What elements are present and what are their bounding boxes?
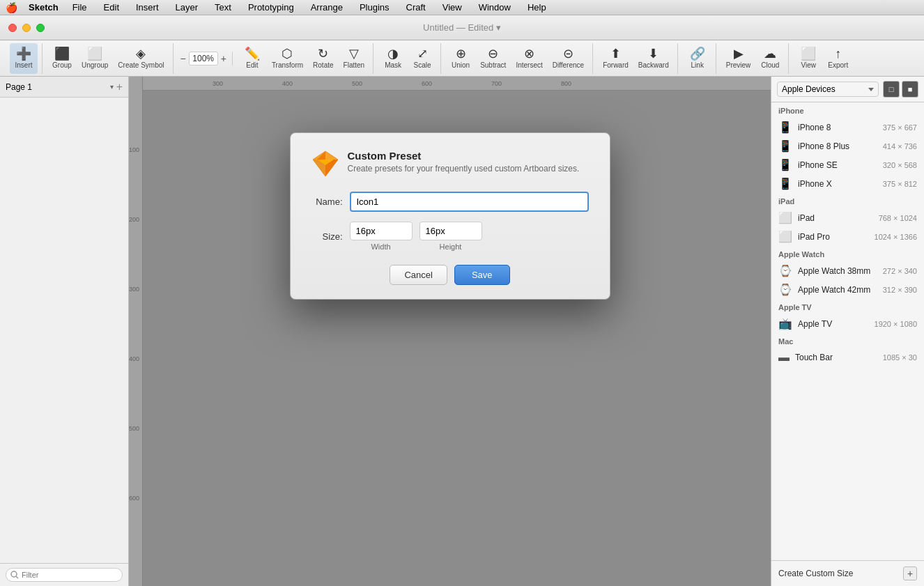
touchbar-icon: ▬ <box>778 351 790 364</box>
intersect-button[interactable]: ⊗ Intersect <box>511 43 546 74</box>
menu-layer[interactable]: Layer <box>173 2 201 13</box>
ipad-size: 768 × 1024 <box>879 214 917 222</box>
difference-button[interactable]: ⊝ Difference <box>548 43 588 74</box>
document-name: Untitled <box>423 22 454 33</box>
zoom-in-button[interactable]: + <box>220 52 228 65</box>
close-button[interactable] <box>8 24 17 32</box>
subtract-button[interactable]: ⊖ Subtract <box>476 43 510 74</box>
watch-icon: ⌚ <box>778 283 792 296</box>
export-label: Export <box>828 61 848 69</box>
modal-form: Name: Size: Width Height <box>311 192 589 251</box>
phone-icon: 📱 <box>778 177 792 190</box>
zoom-value-display[interactable]: 100% <box>189 52 218 65</box>
rotate-label: Rotate <box>313 61 333 69</box>
menu-view[interactable]: View <box>440 2 465 13</box>
backward-button[interactable]: ⬇ Backward <box>634 43 673 74</box>
page-add-button[interactable]: + <box>116 81 123 93</box>
link-label: Link <box>691 61 704 69</box>
minimize-button[interactable] <box>22 24 31 32</box>
preview-button[interactable]: ▶ Preview <box>722 43 755 74</box>
create-custom-size-button[interactable]: Create Custom Size <box>778 569 853 578</box>
title-bar: Untitled — Edited ▾ <box>0 15 924 40</box>
menu-window[interactable]: Window <box>476 2 514 13</box>
custom-preset-modal: Custom Preset Create presets for your fr… <box>290 132 610 300</box>
right-sidebar-header: Apple Devices □ ■ <box>771 77 924 102</box>
link-button[interactable]: 🔗 Link <box>684 43 711 74</box>
modal-header: Custom Preset Create presets for your fr… <box>311 150 589 178</box>
layer-panel <box>0 98 128 563</box>
canvas-area[interactable]: 300 400 500 600 700 800 100 200 300 400 … <box>129 77 771 586</box>
toolbar-group-insert: ➕ Insert <box>6 43 43 74</box>
view-button[interactable]: ⬜ View <box>794 43 822 74</box>
rotate-button[interactable]: ↻ Rotate <box>309 43 337 74</box>
height-input[interactable] <box>419 222 482 240</box>
document-status[interactable]: Edited ▾ <box>468 22 500 33</box>
edit-button[interactable]: ✏️ Edit <box>238 43 266 74</box>
insert-button[interactable]: ➕ Insert <box>10 43 38 74</box>
zoom-out-button[interactable]: − <box>179 52 187 65</box>
flatten-button[interactable]: ▽ Flatten <box>339 43 369 74</box>
toolbar: ➕ Insert ⬛ Group ⬜ Ungroup ◈ Create Symb… <box>0 40 924 77</box>
device-ipad[interactable]: ⬜ iPad 768 × 1024 <box>771 208 924 227</box>
cancel-button[interactable]: Cancel <box>390 265 447 285</box>
device-iphonese[interactable]: 📱 iPhone SE 320 × 568 <box>771 155 924 174</box>
menu-help[interactable]: Help <box>525 2 549 13</box>
name-input[interactable] <box>350 192 589 212</box>
forward-label: Forward <box>603 61 629 69</box>
forward-button[interactable]: ⬆ Forward <box>599 43 633 74</box>
device-appletv[interactable]: 📺 Apple TV 1920 × 1080 <box>771 314 924 333</box>
device-iphonex[interactable]: 📱 iPhone X 375 × 812 <box>771 174 924 193</box>
light-view-button[interactable]: □ <box>883 81 900 98</box>
cloud-button[interactable]: ☁ Cloud <box>756 43 784 74</box>
edit-icon: ✏️ <box>245 47 260 60</box>
main-content: Page 1 ▾ + 300 400 500 600 700 800 100 2… <box>0 77 924 586</box>
device-selector[interactable]: Apple Devices <box>777 82 879 97</box>
device-list: iPhone 📱 iPhone 8 375 × 667 📱 iPhone 8 P… <box>771 102 924 560</box>
create-symbol-button[interactable]: ◈ Create Symbol <box>114 43 168 74</box>
height-group: Height <box>419 222 482 251</box>
menu-edit[interactable]: Edit <box>101 2 122 13</box>
group-button[interactable]: ⬛ Group <box>48 43 76 74</box>
toolbar-group-preview: ▶ Preview ☁ Cloud <box>718 43 790 74</box>
device-touchbar[interactable]: ▬ Touch Bar 1085 × 30 <box>771 348 924 367</box>
menu-file[interactable]: File <box>70 2 90 13</box>
maximize-button[interactable] <box>36 24 45 32</box>
menu-arrange[interactable]: Arrange <box>308 2 346 13</box>
app-name-menu[interactable]: Sketch <box>29 2 59 13</box>
device-ipadpro[interactable]: ⬜ iPad Pro 1024 × 1366 <box>771 227 924 246</box>
window-controls <box>8 24 45 32</box>
transform-button[interactable]: ⬡ Transform <box>268 43 307 74</box>
menu-plugins[interactable]: Plugins <box>357 2 392 13</box>
menu-insert[interactable]: Insert <box>133 2 162 13</box>
dark-view-button[interactable]: ■ <box>902 81 918 98</box>
name-row: Name: <box>311 192 589 212</box>
phone-icon: 📱 <box>778 158 792 171</box>
menu-prototyping[interactable]: Prototyping <box>245 2 297 13</box>
flatten-icon: ▽ <box>349 47 359 60</box>
view-toggle: □ ■ <box>883 81 918 98</box>
scale-button[interactable]: ⤢ Scale <box>408 43 436 74</box>
filter-box <box>0 563 128 586</box>
device-watch38[interactable]: ⌚ Apple Watch 38mm 272 × 340 <box>771 261 924 280</box>
export-button[interactable]: ↑ Export <box>824 43 852 74</box>
iphone8-size: 375 × 667 <box>883 123 917 132</box>
apple-menu[interactable]: 🍎 <box>6 2 17 13</box>
watch-section-title: Apple Watch <box>771 246 924 261</box>
width-input[interactable] <box>350 222 413 240</box>
ungroup-button[interactable]: ⬜ Ungroup <box>77 43 112 74</box>
page-selector[interactable]: Page 1 ▾ + <box>0 77 128 98</box>
ipad-name: iPad <box>798 213 873 223</box>
device-iphone8[interactable]: 📱 iPhone 8 375 × 667 <box>771 118 924 137</box>
union-button[interactable]: ⊕ Union <box>447 43 475 74</box>
save-button[interactable]: Save <box>454 265 510 285</box>
filter-input[interactable] <box>6 568 123 582</box>
mask-button[interactable]: ◑ Mask <box>379 43 407 74</box>
device-iphone8plus[interactable]: 📱 iPhone 8 Plus 414 × 736 <box>771 137 924 155</box>
create-symbol-icon: ◈ <box>136 47 146 60</box>
menu-text[interactable]: Text <box>212 2 234 13</box>
add-custom-size-button[interactable]: + <box>903 566 917 580</box>
device-watch42[interactable]: ⌚ Apple Watch 42mm 312 × 390 <box>771 280 924 299</box>
view-label: View <box>801 61 817 69</box>
menu-craft[interactable]: Craft <box>403 2 429 13</box>
view-icon: ⬜ <box>801 47 816 60</box>
